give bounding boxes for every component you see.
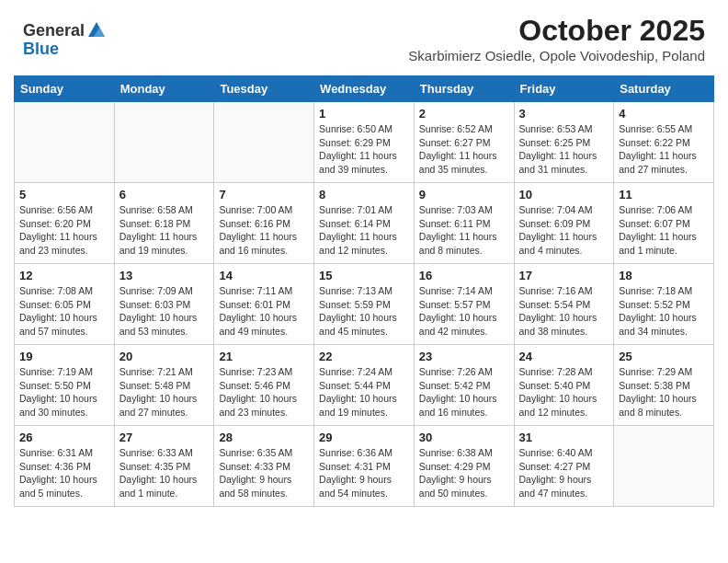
- weekday-header-row: SundayMondayTuesdayWednesdayThursdayFrid…: [15, 76, 714, 102]
- day-number: 9: [419, 188, 509, 201]
- day-info: Sunrise: 6:35 AM Sunset: 4:33 PM Dayligh…: [219, 446, 309, 500]
- logo-general: General: [23, 22, 85, 39]
- day-number: 5: [19, 188, 109, 201]
- calendar-cell: 10Sunrise: 7:04 AM Sunset: 6:09 PM Dayli…: [514, 183, 614, 264]
- calendar-cell: 3Sunrise: 6:53 AM Sunset: 6:25 PM Daylig…: [514, 102, 614, 183]
- day-number: 30: [419, 431, 509, 444]
- day-info: Sunrise: 6:38 AM Sunset: 4:29 PM Dayligh…: [419, 446, 509, 500]
- day-info: Sunrise: 7:28 AM Sunset: 5:40 PM Dayligh…: [519, 365, 609, 419]
- calendar-cell: 26Sunrise: 6:31 AM Sunset: 4:36 PM Dayli…: [15, 426, 115, 507]
- weekday-header-wednesday: Wednesday: [314, 76, 415, 102]
- calendar-cell: 31Sunrise: 6:40 AM Sunset: 4:27 PM Dayli…: [514, 426, 614, 507]
- day-number: 11: [619, 188, 709, 201]
- day-number: 8: [319, 188, 409, 201]
- location-subtitle: Skarbimierz Osiedle, Opole Voivodeship, …: [408, 48, 705, 63]
- calendar-week-3: 12Sunrise: 7:08 AM Sunset: 6:05 PM Dayli…: [15, 264, 714, 345]
- calendar-cell: 22Sunrise: 7:24 AM Sunset: 5:44 PM Dayli…: [314, 345, 415, 426]
- calendar-week-2: 5Sunrise: 6:56 AM Sunset: 6:20 PM Daylig…: [15, 183, 714, 264]
- day-number: 26: [19, 431, 109, 444]
- logo: General Blue: [23, 20, 107, 58]
- logo-blue: Blue: [23, 40, 59, 58]
- day-number: 4: [619, 107, 709, 121]
- day-info: Sunrise: 7:14 AM Sunset: 5:57 PM Dayligh…: [419, 284, 509, 339]
- day-info: Sunrise: 6:33 AM Sunset: 4:35 PM Dayligh…: [119, 446, 210, 500]
- day-number: 13: [119, 269, 210, 282]
- calendar-cell: 28Sunrise: 6:35 AM Sunset: 4:33 PM Dayli…: [214, 426, 314, 507]
- calendar-cell: 24Sunrise: 7:28 AM Sunset: 5:40 PM Dayli…: [514, 345, 614, 426]
- day-number: 25: [619, 350, 709, 363]
- day-number: 7: [219, 188, 309, 201]
- day-info: Sunrise: 6:53 AM Sunset: 6:25 PM Dayligh…: [519, 122, 609, 177]
- day-info: Sunrise: 7:08 AM Sunset: 6:05 PM Dayligh…: [19, 284, 109, 339]
- logo-icon: [86, 20, 107, 40]
- weekday-header-friday: Friday: [514, 76, 614, 102]
- day-info: Sunrise: 7:19 AM Sunset: 5:50 PM Dayligh…: [19, 365, 109, 419]
- day-number: 15: [319, 269, 409, 282]
- calendar-cell: 30Sunrise: 6:38 AM Sunset: 4:29 PM Dayli…: [414, 426, 514, 507]
- day-number: 21: [219, 350, 309, 363]
- calendar-cell: 12Sunrise: 7:08 AM Sunset: 6:05 PM Dayli…: [15, 264, 115, 345]
- day-info: Sunrise: 7:09 AM Sunset: 6:03 PM Dayligh…: [119, 284, 210, 339]
- calendar-cell: 6Sunrise: 6:58 AM Sunset: 6:18 PM Daylig…: [114, 183, 214, 264]
- day-number: 18: [619, 269, 709, 282]
- day-info: Sunrise: 6:56 AM Sunset: 6:20 PM Dayligh…: [19, 203, 109, 258]
- weekday-header-saturday: Saturday: [614, 76, 714, 102]
- day-info: Sunrise: 6:50 AM Sunset: 6:29 PM Dayligh…: [319, 122, 409, 177]
- calendar-cell: [15, 102, 115, 183]
- calendar-cell: 14Sunrise: 7:11 AM Sunset: 6:01 PM Dayli…: [214, 264, 314, 345]
- calendar-cell: 4Sunrise: 6:55 AM Sunset: 6:22 PM Daylig…: [614, 102, 714, 183]
- day-number: 29: [319, 431, 409, 444]
- day-number: 27: [119, 431, 210, 444]
- day-number: 31: [519, 431, 609, 444]
- day-info: Sunrise: 7:23 AM Sunset: 5:46 PM Dayligh…: [219, 365, 309, 419]
- day-info: Sunrise: 7:24 AM Sunset: 5:44 PM Dayligh…: [319, 365, 409, 419]
- day-number: 17: [519, 269, 609, 282]
- day-number: 20: [119, 350, 210, 363]
- calendar-cell: 13Sunrise: 7:09 AM Sunset: 6:03 PM Dayli…: [114, 264, 214, 345]
- calendar-cell: 29Sunrise: 6:36 AM Sunset: 4:31 PM Dayli…: [314, 426, 415, 507]
- calendar-cell: [114, 102, 214, 183]
- calendar-week-4: 19Sunrise: 7:19 AM Sunset: 5:50 PM Dayli…: [15, 345, 714, 426]
- day-info: Sunrise: 7:03 AM Sunset: 6:11 PM Dayligh…: [419, 203, 509, 258]
- day-number: 3: [519, 107, 609, 121]
- day-number: 14: [219, 269, 309, 282]
- day-info: Sunrise: 7:13 AM Sunset: 5:59 PM Dayligh…: [319, 284, 409, 339]
- day-info: Sunrise: 7:06 AM Sunset: 6:07 PM Dayligh…: [619, 203, 709, 258]
- day-info: Sunrise: 6:31 AM Sunset: 4:36 PM Dayligh…: [19, 446, 109, 500]
- day-info: Sunrise: 7:18 AM Sunset: 5:52 PM Dayligh…: [619, 284, 709, 339]
- day-info: Sunrise: 7:21 AM Sunset: 5:48 PM Dayligh…: [119, 365, 210, 419]
- day-number: 12: [19, 269, 109, 282]
- calendar-week-5: 26Sunrise: 6:31 AM Sunset: 4:36 PM Dayli…: [15, 426, 714, 507]
- calendar-cell: 19Sunrise: 7:19 AM Sunset: 5:50 PM Dayli…: [15, 345, 115, 426]
- day-info: Sunrise: 7:00 AM Sunset: 6:16 PM Dayligh…: [219, 203, 309, 258]
- calendar-cell: 11Sunrise: 7:06 AM Sunset: 6:07 PM Dayli…: [614, 183, 714, 264]
- calendar-week-1: 1Sunrise: 6:50 AM Sunset: 6:29 PM Daylig…: [15, 102, 714, 183]
- calendar-cell: [614, 426, 714, 507]
- calendar-table: SundayMondayTuesdayWednesdayThursdayFrid…: [14, 75, 714, 507]
- title-section: October 2025 Skarbimierz Osiedle, Opole …: [408, 14, 705, 63]
- day-number: 22: [319, 350, 409, 363]
- day-number: 19: [19, 350, 109, 363]
- calendar-cell: 2Sunrise: 6:52 AM Sunset: 6:27 PM Daylig…: [414, 102, 514, 183]
- calendar-cell: 16Sunrise: 7:14 AM Sunset: 5:57 PM Dayli…: [414, 264, 514, 345]
- day-number: 16: [419, 269, 509, 282]
- calendar-cell: 18Sunrise: 7:18 AM Sunset: 5:52 PM Dayli…: [614, 264, 714, 345]
- day-number: 24: [519, 350, 609, 363]
- weekday-header-sunday: Sunday: [15, 76, 115, 102]
- day-info: Sunrise: 7:29 AM Sunset: 5:38 PM Dayligh…: [619, 365, 709, 419]
- calendar-cell: 5Sunrise: 6:56 AM Sunset: 6:20 PM Daylig…: [15, 183, 115, 264]
- day-info: Sunrise: 6:36 AM Sunset: 4:31 PM Dayligh…: [319, 446, 409, 500]
- day-number: 6: [119, 188, 210, 201]
- calendar-cell: 9Sunrise: 7:03 AM Sunset: 6:11 PM Daylig…: [414, 183, 514, 264]
- calendar-cell: 1Sunrise: 6:50 AM Sunset: 6:29 PM Daylig…: [314, 102, 415, 183]
- calendar-cell: 25Sunrise: 7:29 AM Sunset: 5:38 PM Dayli…: [614, 345, 714, 426]
- day-number: 1: [319, 107, 409, 121]
- day-info: Sunrise: 6:58 AM Sunset: 6:18 PM Dayligh…: [119, 203, 210, 258]
- calendar-cell: 23Sunrise: 7:26 AM Sunset: 5:42 PM Dayli…: [414, 345, 514, 426]
- page-header: General Blue October 2025 Skarbimierz Os…: [0, 0, 728, 68]
- day-info: Sunrise: 6:40 AM Sunset: 4:27 PM Dayligh…: [519, 446, 609, 500]
- weekday-header-thursday: Thursday: [414, 76, 514, 102]
- calendar-cell: 17Sunrise: 7:16 AM Sunset: 5:54 PM Dayli…: [514, 264, 614, 345]
- day-info: Sunrise: 7:01 AM Sunset: 6:14 PM Dayligh…: [319, 203, 409, 258]
- day-info: Sunrise: 7:26 AM Sunset: 5:42 PM Dayligh…: [419, 365, 509, 419]
